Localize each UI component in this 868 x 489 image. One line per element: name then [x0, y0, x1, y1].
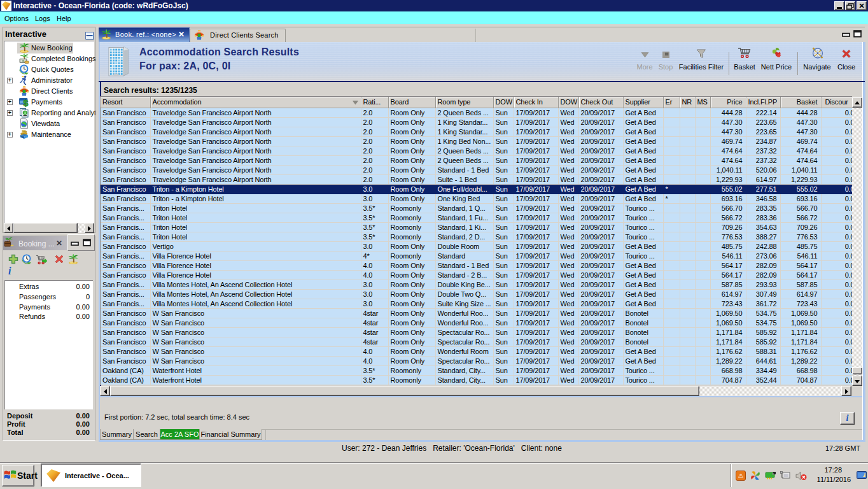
svg-text:$: $: [24, 98, 29, 107]
